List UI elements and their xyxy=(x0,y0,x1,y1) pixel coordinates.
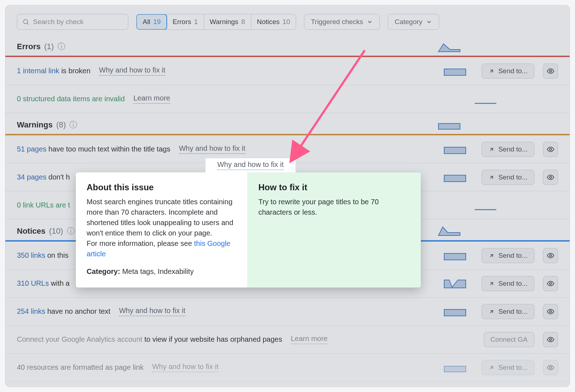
hide-button[interactable] xyxy=(543,332,558,347)
eye-icon xyxy=(547,308,555,316)
connect-ga-button[interactable]: Connect GA xyxy=(484,332,535,347)
category-line: Category: Meta tags, Indexability xyxy=(87,266,236,277)
send-to-button[interactable]: Send to... xyxy=(482,170,534,185)
sparkline xyxy=(443,65,466,77)
search-placeholder: Search by check xyxy=(33,18,83,26)
sparkline xyxy=(437,119,462,131)
sparkline xyxy=(474,93,497,105)
share-icon xyxy=(488,68,495,74)
filter-warnings[interactable]: Warnings 8 xyxy=(204,14,251,29)
chevron-down-icon xyxy=(367,19,373,25)
why-link[interactable]: Why and how to fix it xyxy=(179,144,245,154)
svg-rect-5 xyxy=(444,147,466,154)
about-panel: About this issue Most search engines tru… xyxy=(76,172,248,288)
issue-row: 254 links have no anchor text Why and ho… xyxy=(5,298,570,326)
why-link-active[interactable]: Why and how to fix it xyxy=(205,158,296,172)
share-icon xyxy=(488,364,495,371)
filter-errors[interactable]: Errors 1 xyxy=(167,14,204,29)
issue-link[interactable]: 350 links xyxy=(17,251,45,259)
hide-button[interactable] xyxy=(543,304,558,319)
sparkline xyxy=(443,306,466,317)
category-dropdown[interactable]: Category xyxy=(388,14,439,30)
info-icon[interactable]: ⓘ xyxy=(67,226,75,237)
issue-link[interactable]: 310 URLs xyxy=(17,279,49,287)
share-icon xyxy=(488,252,495,259)
svg-point-13 xyxy=(549,311,552,313)
svg-point-8 xyxy=(549,176,552,178)
svg-point-3 xyxy=(549,70,552,72)
sparkline xyxy=(437,41,462,52)
send-to-button[interactable]: Send to... xyxy=(482,248,534,263)
share-icon xyxy=(488,174,495,181)
filter-all[interactable]: All 19 xyxy=(136,14,167,30)
sparkline xyxy=(443,250,466,261)
svg-rect-2 xyxy=(444,69,466,75)
about-body: Most search engines truncate titles cont… xyxy=(87,197,236,259)
sparkline xyxy=(474,200,497,211)
issue-link[interactable]: 51 pages xyxy=(17,145,46,153)
sparkline xyxy=(443,278,466,289)
learn-more-link[interactable]: Learn more xyxy=(291,335,327,344)
svg-point-14 xyxy=(549,339,552,341)
send-to-button[interactable]: Send to... xyxy=(482,304,534,319)
svg-rect-15 xyxy=(444,366,466,372)
fix-body: Try to rewrite your page titles to be 70… xyxy=(258,197,410,218)
fix-panel: How to fix it Try to rewrite your page t… xyxy=(248,172,421,288)
eye-icon xyxy=(547,145,555,153)
why-link[interactable]: Why and how to fix it xyxy=(119,307,185,316)
about-title: About this issue xyxy=(87,182,236,192)
sparkline xyxy=(443,144,466,155)
why-link[interactable]: Why and how to fix it xyxy=(99,66,166,76)
svg-rect-4 xyxy=(438,123,460,129)
svg-line-1 xyxy=(27,23,29,25)
learn-more-link[interactable]: Learn more xyxy=(133,94,170,104)
chevron-down-icon xyxy=(426,19,432,25)
hide-button[interactable] xyxy=(543,248,558,263)
issue-row: Connect your Google Analytics account to… xyxy=(5,326,570,354)
filter-notices[interactable]: Notices 10 xyxy=(251,14,296,29)
info-icon[interactable]: ⓘ xyxy=(69,120,77,130)
svg-point-0 xyxy=(23,19,28,24)
svg-point-10 xyxy=(549,255,552,257)
issue-link[interactable]: 34 pages xyxy=(17,173,46,181)
toolbar: Search by check All 19 Errors 1 Warnings… xyxy=(5,5,570,35)
issue-link[interactable]: 1 internal link xyxy=(17,67,59,75)
svg-rect-7 xyxy=(444,175,466,182)
why-link[interactable]: Why and how to fix it xyxy=(152,363,218,372)
issue-tooltip: About this issue Most search engines tru… xyxy=(76,172,421,288)
hide-button[interactable] xyxy=(543,360,558,375)
issue-link[interactable]: 254 links xyxy=(17,307,45,315)
share-icon xyxy=(488,146,495,153)
eye-icon xyxy=(547,67,555,75)
hide-button[interactable] xyxy=(543,170,558,185)
errors-header: Errors (1) ⓘ xyxy=(5,35,570,56)
hide-button[interactable] xyxy=(543,142,558,157)
eye-icon xyxy=(547,252,555,260)
sparkline xyxy=(437,225,462,237)
svg-point-6 xyxy=(549,148,552,150)
warnings-header: Warnings (8) ⓘ xyxy=(5,113,570,134)
eye-icon xyxy=(547,336,555,344)
eye-icon xyxy=(547,173,555,181)
sparkline xyxy=(443,362,466,373)
eye-icon xyxy=(547,364,555,372)
hide-button[interactable] xyxy=(543,64,558,79)
issue-row: 0 structured data items are invalid Lear… xyxy=(5,85,570,113)
svg-point-11 xyxy=(549,283,552,285)
sparkline xyxy=(443,172,466,183)
send-to-button[interactable]: Send to... xyxy=(482,276,534,291)
svg-point-16 xyxy=(549,367,552,369)
info-icon[interactable]: ⓘ xyxy=(58,41,65,52)
search-input[interactable]: Search by check xyxy=(17,14,128,30)
share-icon xyxy=(488,308,495,315)
send-to-button[interactable]: Send to... xyxy=(482,64,534,79)
eye-icon xyxy=(547,280,555,288)
search-icon xyxy=(22,18,29,25)
hide-button[interactable] xyxy=(543,276,558,291)
fix-title: How to fix it xyxy=(258,182,410,192)
triggered-checks-dropdown[interactable]: Triggered checks xyxy=(304,14,380,30)
send-to-button[interactable]: Send to... xyxy=(482,142,534,157)
send-to-button[interactable]: Send to... xyxy=(482,360,534,375)
issue-row: 40 resources are formatted as page link … xyxy=(5,354,570,382)
connect-ga-link[interactable]: Connect your Google Analytics account xyxy=(17,335,142,343)
